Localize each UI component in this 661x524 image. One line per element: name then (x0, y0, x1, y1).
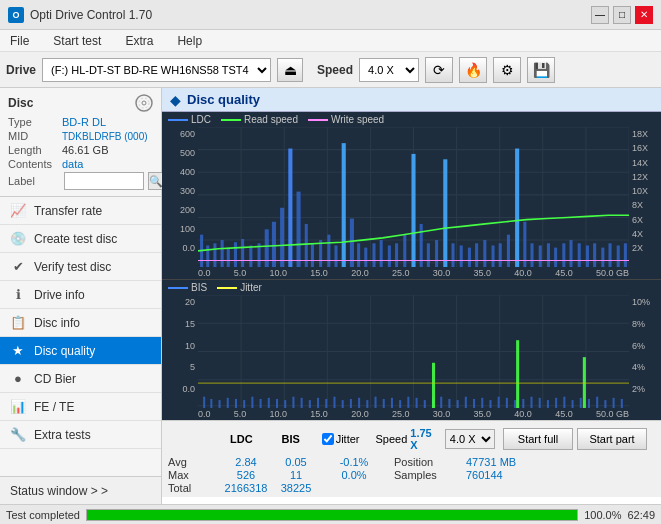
speed-select[interactable]: 4.0 X (359, 58, 419, 82)
drive-select[interactable]: (F:) HL-DT-ST BD-RE WH16NS58 TST4 (42, 58, 271, 82)
label-key: Label (8, 175, 60, 187)
menu-starttest[interactable]: Start test (47, 32, 107, 50)
svg-rect-106 (317, 398, 319, 408)
sidebar-item-transfer-rate[interactable]: 📈 Transfer rate (0, 197, 161, 225)
svg-rect-71 (586, 245, 589, 267)
stats-rows-left: Avg 2.84 0.05 -0.1% Position 47731 MB Ma… (168, 456, 536, 494)
max-ldc: 526 (220, 469, 272, 481)
bottom-chart-y-right: 10% 8% 6% 4% 2% (629, 295, 661, 408)
refresh-button[interactable]: ⟳ (425, 57, 453, 83)
svg-rect-64 (530, 243, 533, 267)
svg-rect-49 (411, 154, 415, 267)
svg-rect-46 (388, 245, 391, 267)
svg-rect-36 (311, 243, 314, 267)
top-chart-x-labels: 0.0 5.0 10.0 15.0 20.0 25.0 30.0 35.0 40… (198, 267, 629, 279)
start-part-button[interactable]: Start part (577, 428, 647, 450)
burn-button[interactable]: 🔥 (459, 57, 487, 83)
progress-bar (86, 509, 578, 521)
sidebar-item-disc-info[interactable]: 📋 Disc info (0, 309, 161, 337)
bis-header: BIS (272, 433, 310, 445)
svg-rect-99 (260, 399, 262, 408)
app-icon: O (8, 7, 24, 23)
speed-stat-value: 1.75 X (410, 427, 433, 451)
svg-rect-126 (481, 398, 483, 408)
save-button[interactable]: 💾 (527, 57, 555, 83)
speed-quality-select[interactable]: 4.0 X (445, 429, 495, 449)
svg-rect-56 (468, 248, 471, 267)
stats-header-row: LDC BIS Jitter Speed 1.75 X 4.0 X Start … (168, 424, 655, 454)
svg-rect-22 (206, 245, 209, 267)
jitter-checkbox[interactable] (322, 433, 334, 445)
bis-legend-line (168, 287, 188, 289)
sidebar-item-create-test-disc[interactable]: 💿 Create test disc (0, 225, 161, 253)
disc-icon (135, 94, 153, 112)
svg-rect-96 (235, 399, 237, 408)
top-chart-svg (198, 127, 629, 267)
top-chart-y-left: 600 500 400 300 200 100 0.0 (162, 127, 198, 267)
svg-rect-119 (424, 400, 426, 408)
stats-area: LDC BIS Jitter Speed 1.75 X 4.0 X Start … (162, 420, 661, 497)
top-chart-legend: LDC Read speed Write speed (162, 112, 661, 127)
start-buttons: Start full Start part (503, 424, 655, 454)
svg-rect-67 (554, 248, 557, 267)
sidebar-item-drive-info[interactable]: ℹ Drive info (0, 281, 161, 309)
svg-rect-40 (342, 143, 346, 267)
svg-rect-109 (342, 400, 344, 408)
sidebar-item-cd-bier[interactable]: ● CD Bier (0, 365, 161, 393)
menu-file[interactable]: File (4, 32, 35, 50)
max-label: Max (168, 469, 218, 481)
minimize-button[interactable]: — (591, 6, 609, 24)
svg-rect-138 (580, 398, 582, 408)
svg-rect-132 (530, 397, 532, 408)
jitter-checkbox-wrapper[interactable]: Jitter (322, 433, 360, 445)
svg-rect-51 (427, 243, 430, 267)
write-legend-line (308, 119, 328, 121)
svg-rect-111 (358, 398, 360, 408)
mid-key: MID (8, 130, 60, 142)
svg-rect-129 (506, 398, 508, 408)
create-disc-icon: 💿 (10, 231, 26, 247)
disc-quality-label: Disc quality (34, 344, 95, 358)
close-button[interactable]: ✕ (635, 6, 653, 24)
svg-rect-43 (364, 248, 367, 267)
svg-rect-98 (251, 397, 253, 408)
sidebar-item-disc-quality[interactable]: ★ Disc quality (0, 337, 161, 365)
transfer-rate-icon: 📈 (10, 203, 26, 219)
mid-value: TDKBLDRFB (000) (62, 131, 148, 142)
bottom-chart-legend: BIS Jitter (162, 280, 661, 295)
svg-rect-48 (403, 235, 406, 267)
settings-button[interactable]: ⚙ (493, 57, 521, 83)
status-window-button[interactable]: Status window > > (0, 476, 161, 504)
svg-rect-107 (325, 399, 327, 408)
svg-point-1 (142, 101, 146, 105)
disc-info-nav-label: Disc info (34, 316, 80, 330)
svg-rect-140 (596, 397, 598, 408)
start-full-button[interactable]: Start full (503, 428, 573, 450)
svg-rect-74 (608, 243, 611, 267)
svg-rect-102 (284, 400, 286, 408)
ldc-header: LDC (219, 433, 264, 445)
bottom-chart-plot (198, 295, 629, 408)
svg-rect-26 (234, 242, 237, 267)
maximize-button[interactable]: □ (613, 6, 631, 24)
quality-header: ◆ Disc quality (162, 88, 661, 112)
menu-bar: File Start test Extra Help (0, 30, 661, 52)
samples-label: Samples (394, 469, 464, 481)
svg-rect-45 (380, 240, 383, 267)
sidebar-item-fe-te[interactable]: 📊 FE / TE (0, 393, 161, 421)
sidebar-item-verify-test-disc[interactable]: ✔ Verify test disc (0, 253, 161, 281)
svg-rect-65 (539, 245, 542, 267)
jitter-checkbox-label: Jitter (336, 433, 360, 445)
legend-bis: BIS (168, 282, 207, 293)
top-chart-y-right: 18X 16X 14X 12X 10X 8X 6X 4X 2X (629, 127, 661, 267)
svg-rect-27 (241, 239, 244, 267)
svg-rect-92 (203, 397, 205, 408)
label-input[interactable] (64, 172, 144, 190)
ldc-legend-label: LDC (191, 114, 211, 125)
sidebar-item-extra-tests[interactable]: 🔧 Extra tests (0, 421, 161, 449)
menu-help[interactable]: Help (171, 32, 208, 50)
eject-button[interactable]: ⏏ (277, 58, 303, 82)
legend-write: Write speed (308, 114, 384, 125)
svg-rect-70 (578, 243, 581, 267)
menu-extra[interactable]: Extra (119, 32, 159, 50)
